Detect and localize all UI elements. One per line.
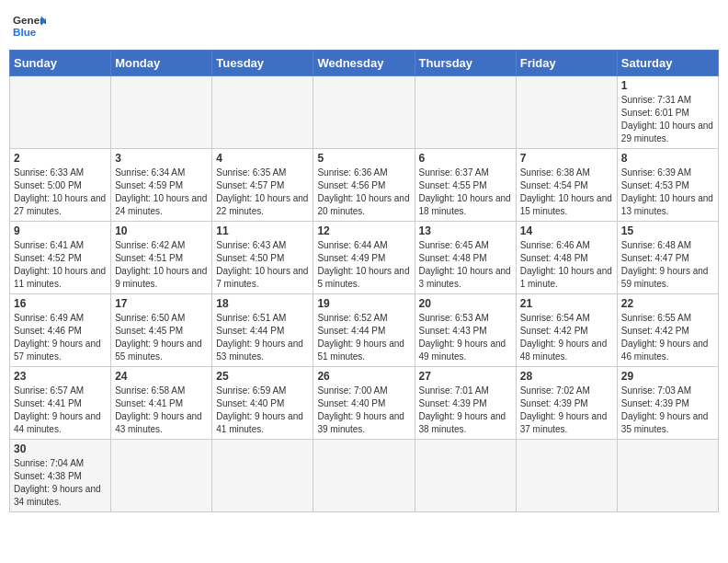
day-info: Sunrise: 6:57 AM Sunset: 4:41 PM Dayligh… [14,385,107,436]
calendar-week-1: 1Sunrise: 7:31 AM Sunset: 6:01 PM Daylig… [10,76,719,149]
day-info: Sunrise: 6:44 AM Sunset: 4:49 PM Dayligh… [317,239,410,291]
day-info: Sunrise: 6:52 AM Sunset: 4:44 PM Dayligh… [317,312,410,363]
weekday-header-monday: Monday [111,51,212,76]
calendar-cell [212,76,313,149]
day-info: Sunrise: 7:00 AM Sunset: 4:40 PM Dayligh… [317,385,410,436]
calendar-cell: 28Sunrise: 7:02 AM Sunset: 4:39 PM Dayli… [516,367,617,440]
day-info: Sunrise: 6:38 AM Sunset: 4:54 PM Dayligh… [520,167,613,218]
calendar-cell: 11Sunrise: 6:43 AM Sunset: 4:50 PM Dayli… [212,222,313,294]
day-number: 7 [520,152,613,165]
logo: General Blue [13,9,46,42]
day-info: Sunrise: 6:54 AM Sunset: 4:42 PM Dayligh… [520,312,613,363]
calendar-cell: 23Sunrise: 6:57 AM Sunset: 4:41 PM Dayli… [10,367,111,440]
day-number: 15 [621,224,714,237]
calendar-cell: 25Sunrise: 6:59 AM Sunset: 4:40 PM Dayli… [212,367,313,440]
day-info: Sunrise: 6:35 AM Sunset: 4:57 PM Dayligh… [216,167,309,218]
day-number: 1 [621,79,714,92]
day-number: 20 [419,297,512,310]
calendar-cell: 22Sunrise: 6:55 AM Sunset: 4:42 PM Dayli… [617,294,718,367]
day-number: 12 [317,224,410,237]
day-info: Sunrise: 7:02 AM Sunset: 4:39 PM Dayligh… [520,385,613,436]
weekday-header-wednesday: Wednesday [313,51,415,76]
day-info: Sunrise: 6:55 AM Sunset: 4:42 PM Dayligh… [621,312,714,363]
day-number: 28 [520,370,613,383]
calendar-cell: 19Sunrise: 6:52 AM Sunset: 4:44 PM Dayli… [313,294,415,367]
calendar-cell: 18Sunrise: 6:51 AM Sunset: 4:44 PM Dayli… [212,294,313,367]
calendar-cell: 8Sunrise: 6:39 AM Sunset: 4:53 PM Daylig… [617,149,718,222]
day-number: 2 [14,152,107,165]
day-number: 10 [115,224,208,237]
calendar-cell: 20Sunrise: 6:53 AM Sunset: 4:43 PM Dayli… [415,294,516,367]
calendar-cell: 21Sunrise: 6:54 AM Sunset: 4:42 PM Dayli… [516,294,617,367]
day-number: 30 [14,442,107,455]
calendar-cell [10,76,111,149]
calendar-cell [313,440,415,512]
day-info: Sunrise: 6:37 AM Sunset: 4:55 PM Dayligh… [419,167,512,218]
day-info: Sunrise: 6:50 AM Sunset: 4:45 PM Dayligh… [115,312,208,363]
weekday-header-sunday: Sunday [10,51,111,76]
calendar-cell: 12Sunrise: 6:44 AM Sunset: 4:49 PM Dayli… [313,222,415,294]
calendar-cell [212,440,313,512]
calendar-cell: 1Sunrise: 7:31 AM Sunset: 6:01 PM Daylig… [617,76,718,149]
day-info: Sunrise: 6:46 AM Sunset: 4:48 PM Dayligh… [520,239,613,291]
day-info: Sunrise: 6:51 AM Sunset: 4:44 PM Dayligh… [216,312,309,363]
day-number: 23 [14,370,107,383]
day-info: Sunrise: 6:45 AM Sunset: 4:48 PM Dayligh… [419,239,512,291]
weekday-header-row: SundayMondayTuesdayWednesdayThursdayFrid… [10,51,719,76]
weekday-header-tuesday: Tuesday [212,51,313,76]
day-info: Sunrise: 7:31 AM Sunset: 6:01 PM Dayligh… [621,94,714,145]
calendar-table: SundayMondayTuesdayWednesdayThursdayFrid… [9,50,719,512]
day-info: Sunrise: 7:04 AM Sunset: 4:38 PM Dayligh… [14,457,107,509]
day-info: Sunrise: 6:58 AM Sunset: 4:41 PM Dayligh… [115,385,208,436]
calendar-cell: 17Sunrise: 6:50 AM Sunset: 4:45 PM Dayli… [111,294,212,367]
day-number: 6 [419,152,512,165]
day-info: Sunrise: 6:34 AM Sunset: 4:59 PM Dayligh… [115,167,208,218]
calendar-cell: 2Sunrise: 6:33 AM Sunset: 5:00 PM Daylig… [10,149,111,222]
calendar-cell [617,440,718,512]
calendar-week-3: 9Sunrise: 6:41 AM Sunset: 4:52 PM Daylig… [10,222,719,294]
svg-text:Blue: Blue [13,26,37,38]
day-info: Sunrise: 6:33 AM Sunset: 5:00 PM Dayligh… [14,167,107,218]
day-number: 19 [317,297,410,310]
day-info: Sunrise: 6:39 AM Sunset: 4:53 PM Dayligh… [621,167,714,218]
day-number: 13 [419,224,512,237]
calendar-cell: 29Sunrise: 7:03 AM Sunset: 4:39 PM Dayli… [617,367,718,440]
day-number: 22 [621,297,714,310]
calendar-cell: 30Sunrise: 7:04 AM Sunset: 4:38 PM Dayli… [10,440,111,512]
calendar-cell: 3Sunrise: 6:34 AM Sunset: 4:59 PM Daylig… [111,149,212,222]
day-info: Sunrise: 6:53 AM Sunset: 4:43 PM Dayligh… [419,312,512,363]
day-number: 4 [216,152,309,165]
calendar-cell: 16Sunrise: 6:49 AM Sunset: 4:46 PM Dayli… [10,294,111,367]
day-number: 8 [621,152,714,165]
day-number: 9 [14,224,107,237]
calendar-cell: 7Sunrise: 6:38 AM Sunset: 4:54 PM Daylig… [516,149,617,222]
day-number: 5 [317,152,410,165]
calendar-week-2: 2Sunrise: 6:33 AM Sunset: 5:00 PM Daylig… [10,149,719,222]
calendar-cell [415,440,516,512]
page-header: General Blue [9,9,719,42]
calendar-cell: 26Sunrise: 7:00 AM Sunset: 4:40 PM Dayli… [313,367,415,440]
day-number: 27 [419,370,512,383]
day-number: 24 [115,370,208,383]
day-info: Sunrise: 7:03 AM Sunset: 4:39 PM Dayligh… [621,385,714,436]
day-number: 14 [520,224,613,237]
day-info: Sunrise: 7:01 AM Sunset: 4:39 PM Dayligh… [419,385,512,436]
calendar-cell: 15Sunrise: 6:48 AM Sunset: 4:47 PM Dayli… [617,222,718,294]
day-number: 26 [317,370,410,383]
day-number: 3 [115,152,208,165]
calendar-cell [111,440,212,512]
day-number: 18 [216,297,309,310]
day-info: Sunrise: 6:48 AM Sunset: 4:47 PM Dayligh… [621,239,714,291]
calendar-week-4: 16Sunrise: 6:49 AM Sunset: 4:46 PM Dayli… [10,294,719,367]
calendar-cell: 5Sunrise: 6:36 AM Sunset: 4:56 PM Daylig… [313,149,415,222]
calendar-cell: 6Sunrise: 6:37 AM Sunset: 4:55 PM Daylig… [415,149,516,222]
calendar-cell [415,76,516,149]
calendar-cell [313,76,415,149]
day-info: Sunrise: 6:59 AM Sunset: 4:40 PM Dayligh… [216,385,309,436]
calendar-cell [516,76,617,149]
calendar-cell: 4Sunrise: 6:35 AM Sunset: 4:57 PM Daylig… [212,149,313,222]
calendar-week-5: 23Sunrise: 6:57 AM Sunset: 4:41 PM Dayli… [10,367,719,440]
calendar-cell: 27Sunrise: 7:01 AM Sunset: 4:39 PM Dayli… [415,367,516,440]
calendar-cell: 13Sunrise: 6:45 AM Sunset: 4:48 PM Dayli… [415,222,516,294]
calendar-cell: 24Sunrise: 6:58 AM Sunset: 4:41 PM Dayli… [111,367,212,440]
